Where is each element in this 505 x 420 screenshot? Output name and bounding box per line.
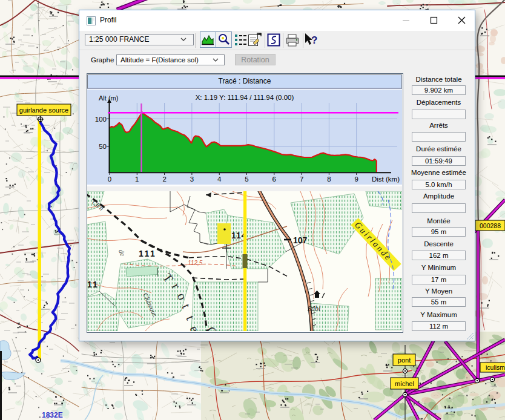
svg-text:107: 107 (293, 235, 308, 245)
svg-text:1: 1 (135, 176, 139, 183)
svg-text:8: 8 (327, 176, 331, 183)
svg-text:0: 0 (108, 176, 111, 183)
svg-text:guirlande source: guirlande source (19, 107, 68, 114)
svg-text:2: 2 (162, 176, 166, 183)
svg-text:6: 6 (272, 176, 276, 183)
svg-text:100: 100 (95, 116, 107, 123)
svg-text:111: 111 (139, 249, 156, 258)
svg-text:50: 50 (99, 143, 107, 150)
svg-text:1832E: 1832E (42, 411, 63, 419)
svg-text:9: 9 (354, 176, 358, 183)
svg-text:4: 4 (217, 176, 222, 183)
svg-text:Alt (m): Alt (m) (99, 94, 118, 102)
svg-text:?: ? (311, 34, 317, 46)
svg-text:Sabl: Sabl (308, 304, 321, 313)
svg-text:Dist (km): Dist (km) (372, 176, 400, 183)
svg-text:000288: 000288 (480, 222, 501, 229)
svg-text:112,5: 112,5 (188, 260, 203, 266)
svg-text:7: 7 (300, 176, 303, 183)
svg-text:pont: pont (398, 356, 411, 364)
svg-text:5: 5 (245, 176, 248, 183)
svg-text:X: 1.19 Y: 111.94 / 111.94 (0.: X: 1.19 Y: 111.94 / 111.94 (0.00) (196, 94, 294, 101)
svg-text:michel: michel (395, 380, 414, 387)
svg-text:iculisma: iculisma (486, 364, 505, 371)
svg-text:3: 3 (190, 176, 194, 183)
svg-text:11: 11 (87, 280, 99, 289)
